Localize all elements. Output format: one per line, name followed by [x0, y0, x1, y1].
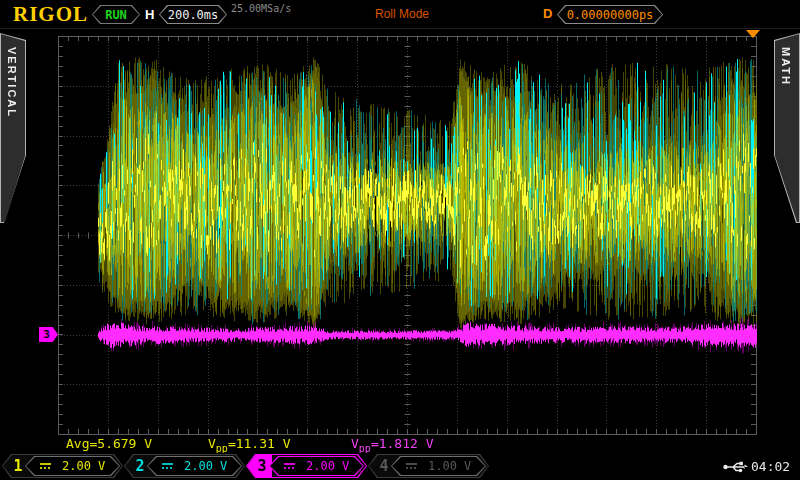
measurement-avg: Avg=5.679 V — [66, 436, 152, 454]
channel-2-group[interactable]: 2 2.00 V — [124, 454, 245, 478]
trigger-position-marker-icon[interactable] — [746, 30, 760, 38]
timebase-badge[interactable]: 200.0ms — [159, 5, 227, 24]
clock: 04:02 — [751, 459, 790, 474]
channel-1-group[interactable]: 1 2.00 V — [2, 454, 123, 478]
run-status-badge[interactable]: RUN — [92, 5, 140, 24]
run-status-text: RUN — [105, 8, 127, 22]
dc-coupling-icon — [406, 463, 417, 469]
tab-vertical-label: VERTICAL — [6, 47, 18, 118]
delay-badge[interactable]: 0.00000000ps — [557, 5, 663, 24]
channel-1-scale: 2.00 V — [62, 459, 105, 473]
channel-2-scale-badge[interactable]: 2.00 V — [147, 456, 242, 476]
channel-3-scale: 2.00 V — [306, 459, 349, 473]
measurement-vpp-ch3: Vpp=1.812 V — [351, 436, 434, 454]
channel-2-number: 2 — [133, 454, 147, 478]
acquisition-mode: Roll Mode — [375, 7, 429, 21]
channel-4-scale: 1.00 V — [428, 459, 471, 473]
horizontal-label: H — [145, 7, 154, 22]
channel-4-scale-badge[interactable]: 1.00 V — [391, 456, 486, 476]
channel-1-scale-badge[interactable]: 2.00 V — [25, 456, 120, 476]
channel-4-number: 4 — [377, 454, 391, 478]
channel-2-scale: 2.00 V — [184, 459, 227, 473]
tab-math-label: MATH — [780, 47, 792, 86]
timebase-value: 200.0ms — [168, 8, 219, 22]
waveform-display — [0, 0, 800, 480]
top-status-bar: RIGOL RUN H 200.0ms 25.00MSa/s Roll Mode… — [0, 0, 800, 29]
delay-label: D — [543, 6, 552, 21]
channel-3-scale-badge[interactable]: 2.00 V — [269, 456, 364, 476]
tab-math-menu[interactable]: MATH — [774, 33, 800, 223]
dc-coupling-icon — [40, 463, 51, 469]
sample-rate: 25.00MSa/s — [231, 3, 291, 14]
dc-coupling-icon — [162, 463, 173, 469]
usb-icon — [723, 459, 749, 474]
measurement-vpp-ch1: Vpp=11.31 V — [208, 436, 291, 454]
delay-value: 0.00000000ps — [567, 8, 654, 22]
channel-1-number: 1 — [11, 454, 25, 478]
oscilloscope-screen: RIGOL RUN H 200.0ms 25.00MSa/s Roll Mode… — [0, 0, 800, 480]
channel-3-number: 3 — [255, 454, 269, 478]
dc-coupling-icon — [284, 463, 295, 469]
tab-vertical-menu[interactable]: VERTICAL — [0, 33, 26, 223]
channel-3-group[interactable]: 3 2.00 V — [246, 454, 367, 478]
channel-status-bar: 1 2.00 V 2 2.00 V 3 2.00 V 4 — [0, 453, 800, 480]
rigol-logo: RIGOL — [13, 2, 88, 27]
channel-4-group[interactable]: 4 1.00 V — [368, 454, 489, 478]
